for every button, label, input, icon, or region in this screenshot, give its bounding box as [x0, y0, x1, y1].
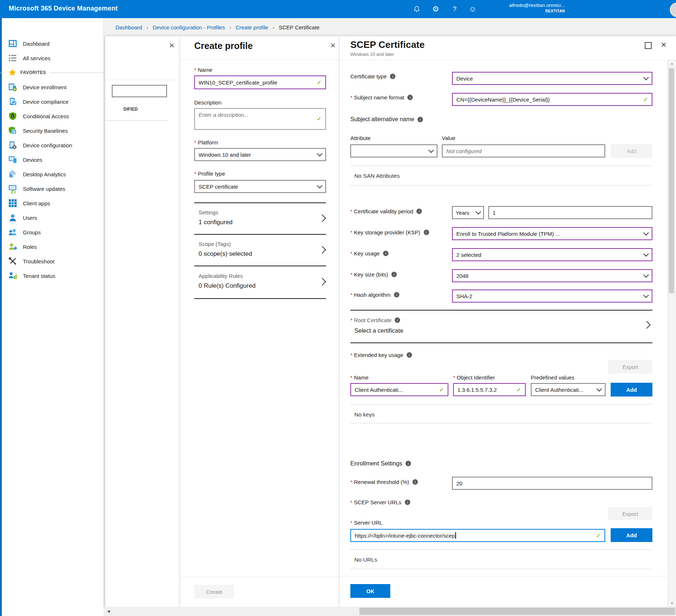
sidebar-item-security-baselines[interactable]: Security Baselines [0, 123, 103, 138]
create-button[interactable]: Create [194, 585, 234, 599]
scroll-left-icon[interactable]: ◄ [106, 609, 111, 614]
key-usage-select[interactable]: 2 selected [452, 248, 652, 261]
description-input[interactable]: Enter a description...✓ [194, 108, 326, 130]
eku-oid-input[interactable]: 1.3.6.1.5.5.7.3.2✓ [453, 383, 526, 396]
eku-name-input[interactable]: Client Authenticati...✓ [350, 383, 448, 396]
info-icon[interactable] [395, 317, 400, 323]
help-icon[interactable]: ? [448, 0, 461, 18]
close-icon[interactable]: ✕ [169, 42, 175, 49]
sidebar-item-desktop-analytics[interactable]: Desktop Analytics [0, 167, 103, 181]
maximize-icon[interactable] [645, 42, 652, 49]
sidebar-item-label: Device compliance [23, 99, 69, 105]
sidebar-item-users[interactable]: Users [0, 210, 103, 225]
info-icon[interactable] [407, 95, 413, 100]
info-icon[interactable] [383, 251, 388, 256]
sidebar-item-client-apps[interactable]: Client apps [0, 196, 103, 210]
info-icon[interactable] [405, 500, 410, 505]
info-icon[interactable] [390, 74, 395, 79]
certificate-type-select[interactable]: Device [452, 72, 652, 85]
sidebar-item-roles[interactable]: Roles [0, 239, 103, 254]
info-icon[interactable] [394, 292, 399, 297]
sidebar-item-conditional-access[interactable]: Conditional Access [0, 109, 103, 123]
value-input[interactable]: Not configured [442, 144, 605, 157]
subject-name-format-label: Subject name format [350, 94, 413, 100]
attribute-label: Attribute [350, 135, 371, 141]
sidebar-item-label: Software updates [23, 186, 65, 192]
smiley-feedback-icon[interactable]: ☺ [466, 0, 479, 18]
info-icon[interactable] [406, 461, 411, 466]
sidebar-item-device-enrollment[interactable]: Device enrollment [0, 80, 103, 94]
sidebar-item-all-services[interactable]: All services [0, 51, 103, 65]
urls-export-button[interactable]: Export [608, 507, 652, 520]
ksp-select[interactable]: Enroll to Trusted Platform Module (TPM) … [452, 227, 652, 240]
info-icon[interactable] [391, 272, 397, 277]
sidebar-item-device-configuration[interactable]: Device configuration [0, 138, 103, 152]
name-input[interactable]: WIN10_SCEP_certificate_profile✓ [194, 75, 326, 89]
profile-type-select[interactable]: SCEP certificate [194, 180, 326, 193]
info-icon[interactable] [412, 479, 418, 485]
san-add-button[interactable]: Add [611, 144, 652, 158]
info-icon[interactable] [416, 209, 422, 214]
close-icon[interactable]: ✕ [661, 41, 667, 48]
settings-gear-icon[interactable]: ⚙ [429, 0, 442, 18]
breadcrumb-profiles[interactable]: Device configuration - Profiles [152, 24, 225, 30]
hash-algorithm-select[interactable]: SHA-2 [452, 289, 652, 303]
horizontal-scrollbar[interactable]: ◄ [103, 607, 676, 616]
conditional-access-icon [8, 111, 17, 121]
sidebar-item-software-updates[interactable]: Software updates [0, 181, 103, 196]
breadcrumb-dashboard[interactable]: Dashboard [115, 24, 142, 30]
enrollment-settings-label: Enrollment Settings [350, 460, 411, 467]
renewal-threshold-input[interactable]: 20 [452, 477, 652, 490]
account-info[interactable]: alfredo@rextitan.onmicr... REXTITAN [509, 3, 565, 13]
info-icon[interactable] [407, 352, 412, 358]
app-window: Microsoft 365 Device Management ⚙ ? ☺ al… [0, 0, 676, 616]
notifications-bell-icon[interactable] [410, 0, 423, 18]
vertical-scrollbar-thumb[interactable] [669, 68, 674, 293]
sidebar-item-dashboard[interactable]: Dashboard [0, 36, 103, 51]
sidebar-item-device-compliance[interactable]: Device compliance [0, 94, 103, 109]
validity-unit-select[interactable]: Years [452, 206, 484, 219]
profiles-search-input[interactable] [112, 85, 167, 97]
blade-title: SCEP Certificate [350, 39, 425, 50]
horizontal-scrollbar-thumb[interactable] [359, 608, 675, 615]
subject-name-format-input[interactable]: CN={{DeviceName}}_{{Device_Serial}}✓ [452, 93, 652, 106]
info-icon[interactable] [418, 117, 423, 122]
server-url-input[interactable]: https://<fqdn>/intune-ejbc-connector/sce… [350, 529, 605, 542]
key-size-select[interactable]: 2048 [452, 269, 652, 282]
blade-subtitle: Windows 10 and later [350, 52, 394, 57]
root-certificate-label: Root Certificate [350, 317, 400, 323]
top-bar: Microsoft 365 Device Management ⚙ ? ☺ al… [0, 0, 676, 18]
sidebar-item-devices[interactable]: Devices [0, 152, 103, 167]
sidebar-item-troubleshoot[interactable]: Troubleshoot [0, 254, 103, 268]
breadcrumb-scep-certificate: SCEP Certificate [279, 24, 319, 30]
vertical-scrollbar[interactable]: ▲ ▼ [668, 60, 676, 607]
renewal-threshold-label: Renewal threshold (%) [350, 479, 418, 485]
validity-period-label: Certificate validity period [350, 208, 422, 214]
avatar[interactable] [670, 3, 676, 17]
validity-value-input[interactable]: 1 [488, 206, 652, 219]
scroll-up-icon[interactable]: ▲ [668, 62, 676, 65]
eku-add-button[interactable]: Add [611, 383, 652, 397]
attribute-select[interactable] [350, 144, 437, 157]
info-icon[interactable] [424, 230, 429, 235]
sidebar-item-label: Troubleshoot [23, 258, 54, 264]
ok-button[interactable]: OK [350, 584, 390, 598]
chevron-down-icon [596, 386, 602, 391]
sidebar-item-label: Conditional Access [23, 113, 69, 119]
eku-predefined-select[interactable]: Client Authenticati... [531, 383, 606, 396]
close-icon[interactable]: ✕ [330, 42, 336, 49]
url-add-button[interactable]: Add [611, 528, 652, 542]
devices-icon [8, 155, 17, 164]
description-label: Description [194, 99, 221, 106]
eku-export-button[interactable]: Export [608, 360, 652, 374]
sidebar-item-tenant-status[interactable]: Tenant status [0, 268, 103, 283]
sidebar-item-label: Tenant status [23, 273, 55, 279]
sidebar-item-groups[interactable]: Groups [0, 225, 103, 239]
scroll-down-icon[interactable]: ▼ [668, 601, 676, 605]
create-profile-blade: Create profile ✕ Name WIN10_SCEP_certifi… [180, 36, 340, 607]
profile-type-label: Profile type [194, 171, 225, 177]
breadcrumb-create-profile[interactable]: Create profile [236, 24, 268, 30]
chevron-down-icon [476, 209, 481, 214]
no-keys-text: No keys [354, 411, 375, 418]
platform-select[interactable]: Windows 10 and later [194, 148, 326, 161]
